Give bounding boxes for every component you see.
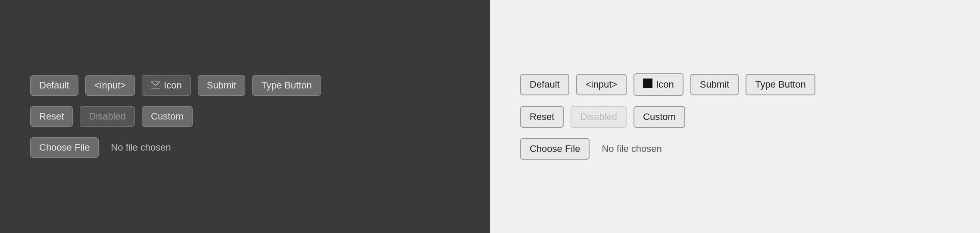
light-type-button[interactable]: Type Button — [746, 74, 815, 95]
light-panel: Default <input> Icon Submit Type Button … — [490, 0, 980, 233]
light-custom-button[interactable]: Custom — [634, 106, 685, 128]
dark-row-1: Default <input> Icon Submit Type Button — [30, 75, 321, 96]
dark-no-file-text: No file chosen — [111, 142, 171, 153]
light-reset-button[interactable]: Reset — [520, 106, 564, 128]
dark-row-2: Reset Disabled Custom — [30, 106, 193, 127]
dark-icon-button[interactable]: Icon — [142, 75, 191, 96]
light-row-1: Default <input> Icon Submit Type Button — [520, 73, 815, 96]
light-choose-file-button[interactable]: Choose File — [520, 138, 590, 160]
square-icon — [643, 79, 652, 91]
dark-submit-button[interactable]: Submit — [198, 75, 245, 96]
dark-disabled-button: Disabled — [80, 106, 135, 127]
dark-type-button[interactable]: Type Button — [252, 75, 321, 96]
dark-input-button[interactable]: <input> — [85, 75, 135, 96]
light-icon-button-label: Icon — [656, 79, 674, 90]
light-disabled-button: Disabled — [571, 106, 627, 128]
dark-row-3: Choose File No file chosen — [30, 137, 171, 158]
light-icon-button[interactable]: Icon — [634, 73, 684, 96]
light-row-3: Choose File No file chosen — [520, 138, 662, 160]
dark-icon-button-label: Icon — [164, 80, 182, 91]
light-no-file-text: No file chosen — [602, 143, 662, 154]
light-default-button[interactable]: Default — [520, 74, 569, 95]
dark-custom-button[interactable]: Custom — [142, 106, 193, 127]
dark-choose-file-button[interactable]: Choose File — [30, 137, 99, 158]
dark-reset-button[interactable]: Reset — [30, 106, 73, 127]
dark-default-button[interactable]: Default — [30, 75, 78, 96]
dark-panel: Default <input> Icon Submit Type Button … — [0, 0, 490, 233]
light-input-button[interactable]: <input> — [576, 74, 627, 95]
envelope-icon — [151, 80, 160, 91]
light-row-2: Reset Disabled Custom — [520, 106, 685, 128]
light-submit-button[interactable]: Submit — [690, 74, 739, 95]
